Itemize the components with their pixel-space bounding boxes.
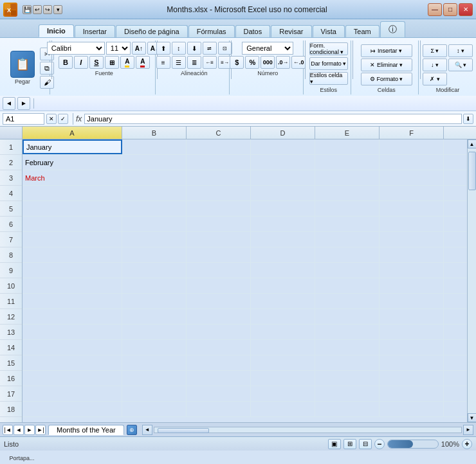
col-header-d[interactable]: D (251, 127, 315, 139)
format-cells-btn[interactable]: ⚙ Formato ▾ (361, 73, 412, 85)
cell-E12[interactable] (315, 309, 380, 324)
paste-button[interactable]: 📋 Pegar (6, 49, 39, 87)
number-format-select[interactable]: General (242, 42, 293, 55)
row-num-10[interactable]: 10 (0, 278, 22, 294)
cell-F16[interactable] (380, 371, 444, 386)
cell-D5[interactable] (251, 201, 315, 216)
cell-D18[interactable] (251, 402, 315, 416)
align-middle-btn[interactable]: ↕ (172, 42, 186, 55)
cell-D11[interactable] (251, 294, 315, 308)
cell-B8[interactable] (122, 247, 187, 262)
fill-btn[interactable]: ↓ ▾ (423, 58, 447, 71)
cell-C15[interactable] (187, 355, 251, 370)
toolbar-back-btn[interactable]: ◄ (3, 97, 15, 110)
currency-btn[interactable]: $ (230, 56, 244, 69)
cell-E4[interactable] (315, 186, 380, 201)
font-size-select[interactable]: 11 (106, 42, 131, 55)
cell-A10[interactable] (23, 278, 122, 293)
tab-revisar[interactable]: Revisar (271, 25, 311, 37)
cell-E14[interactable] (315, 340, 380, 355)
tab-insertar[interactable]: Insertar (75, 25, 115, 37)
cell-A8[interactable] (23, 247, 122, 262)
row-num-16[interactable]: 16 (0, 371, 22, 386)
cell-B6[interactable] (122, 217, 187, 231)
clear-btn[interactable]: ✗ ▾ (423, 73, 447, 85)
row-num-8[interactable]: 8 (0, 247, 22, 263)
cell-A11[interactable] (23, 294, 122, 308)
h-scroll-track[interactable] (154, 427, 462, 433)
cell-D2[interactable] (251, 155, 315, 170)
autosum-btn[interactable]: Σ ▾ (423, 44, 447, 57)
cancel-formula-btn[interactable]: ✕ (46, 114, 57, 124)
cell-E5[interactable] (315, 201, 380, 216)
cell-B18[interactable] (122, 402, 187, 416)
select-all-button[interactable] (0, 127, 23, 139)
cell-A15[interactable] (23, 355, 122, 370)
undo-quick-btn[interactable]: ↩ (33, 5, 42, 14)
merge-btn[interactable]: ⊡ (218, 42, 232, 55)
first-sheet-btn[interactable]: |◄ (3, 425, 13, 435)
percent-btn[interactable]: % (245, 56, 259, 69)
cell-B1[interactable] (122, 139, 187, 154)
redo-quick-btn[interactable]: ↪ (43, 5, 52, 14)
row-num-4[interactable]: 4 (0, 186, 22, 201)
next-sheet-btn[interactable]: ► (24, 425, 35, 435)
cell-F8[interactable] (380, 247, 444, 262)
wrap-text-btn[interactable]: ⇌ (203, 42, 217, 55)
cell-A14[interactable] (23, 340, 122, 355)
delete-cells-btn[interactable]: ✕ Eliminar ▾ (361, 58, 412, 71)
cell-B2[interactable] (122, 155, 187, 170)
row-num-9[interactable]: 9 (0, 263, 22, 278)
cell-B12[interactable] (122, 309, 187, 324)
scroll-thumb[interactable] (468, 152, 476, 190)
tab-team[interactable]: Team (345, 25, 380, 37)
close-btn[interactable]: ✕ (459, 3, 473, 16)
cell-B13[interactable] (122, 325, 187, 339)
cell-A12[interactable] (23, 309, 122, 324)
cell-A5[interactable] (23, 201, 122, 216)
cell-A4[interactable] (23, 186, 122, 201)
vertical-scrollbar[interactable]: ▲ ▼ (467, 139, 476, 422)
cell-styles-btn[interactable]: Estilos celda ▾ (309, 72, 348, 85)
cell-E15[interactable] (315, 355, 380, 370)
cell-B15[interactable] (122, 355, 187, 370)
tab-vista[interactable]: Vista (313, 25, 345, 37)
cell-F6[interactable] (380, 217, 444, 231)
maximize-btn[interactable]: □ (443, 3, 457, 16)
cell-F18[interactable] (380, 402, 444, 416)
toolbar-forward-btn[interactable]: ► (17, 97, 30, 110)
cell-D9[interactable] (251, 263, 315, 278)
cell-F4[interactable] (380, 186, 444, 201)
sheet-nav-buttons[interactable]: |◄ ◄ ► ►| (3, 425, 46, 435)
cell-C1[interactable] (187, 139, 251, 154)
cell-F13[interactable] (380, 325, 444, 339)
cell-B17[interactable] (122, 386, 187, 401)
cell-B7[interactable] (122, 232, 187, 247)
window-controls[interactable]: — □ ✕ (428, 3, 473, 16)
formula-input[interactable] (84, 114, 462, 124)
insert-cells-btn[interactable]: ↦ Insertar ▾ (361, 44, 412, 57)
format-painter-button[interactable]: 🖌 (40, 76, 54, 89)
cell-C14[interactable] (187, 340, 251, 355)
cell-reference-box[interactable] (3, 113, 44, 125)
cell-E8[interactable] (315, 247, 380, 262)
cell-D3[interactable] (251, 170, 315, 185)
cell-C7[interactable] (187, 232, 251, 247)
cell-D12[interactable] (251, 309, 315, 324)
increase-font-btn[interactable]: A↑ (132, 42, 146, 55)
tab-inicio[interactable]: Inicio (39, 24, 74, 37)
cell-B10[interactable] (122, 278, 187, 293)
cell-B11[interactable] (122, 294, 187, 308)
cell-A9[interactable] (23, 263, 122, 278)
normal-view-btn[interactable]: ▣ (328, 439, 341, 449)
row-num-15[interactable]: 15 (0, 355, 22, 371)
cell-E3[interactable] (315, 170, 380, 185)
cell-D17[interactable] (251, 386, 315, 401)
cell-C8[interactable] (187, 247, 251, 262)
cell-B4[interactable] (122, 186, 187, 201)
cell-D10[interactable] (251, 278, 315, 293)
tab-help[interactable]: ⓘ (380, 21, 405, 37)
page-layout-btn[interactable]: ⊞ (343, 439, 356, 449)
cell-F3[interactable] (380, 170, 444, 185)
col-header-b[interactable]: B (122, 127, 187, 139)
